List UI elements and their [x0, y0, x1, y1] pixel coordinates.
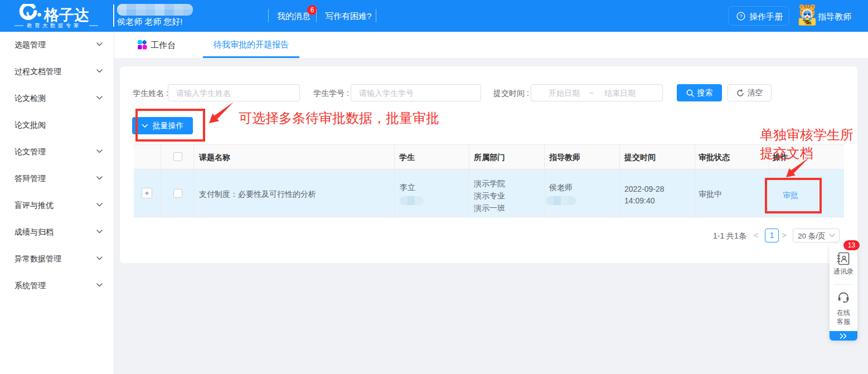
svg-text:教育大数据专家: 教育大数据专家 [27, 22, 81, 28]
svg-text:?: ? [739, 13, 742, 19]
svg-text:格子达: 格子达 [43, 7, 89, 23]
